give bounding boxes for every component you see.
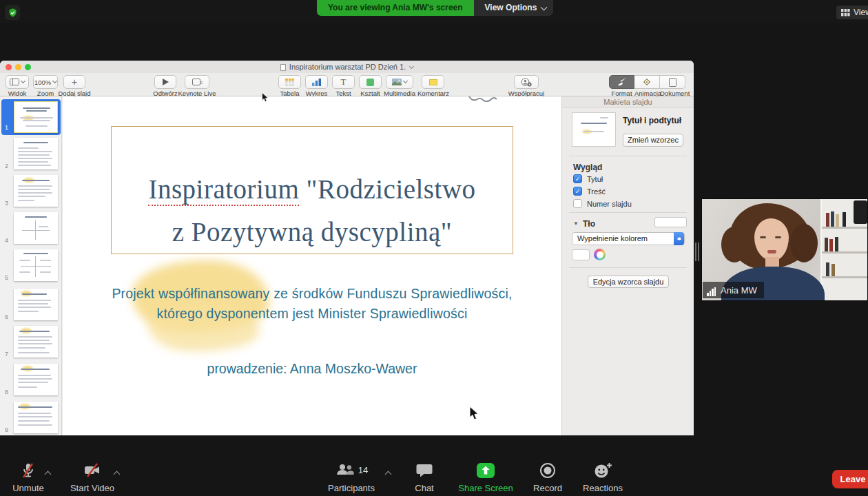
slide-navigator: 1 2 3: [0, 96, 62, 435]
format-tab-button[interactable]: [609, 75, 634, 89]
zoom-level-button[interactable]: 100%: [33, 75, 58, 89]
start-video-label: Start Video: [63, 483, 121, 493]
change-master-button[interactable]: Zmień wzorzec: [623, 134, 683, 147]
reactions-label: Reactions: [573, 483, 632, 493]
slide-title-box[interactable]: Inspiratorium "Rodzicielstwo z Pozytywną…: [111, 126, 513, 254]
panel-resize-handle[interactable]: [695, 242, 701, 261]
slide-thumbnail[interactable]: [14, 249, 58, 281]
background-section-label: Tło: [583, 219, 595, 229]
collaborate-button[interactable]: [514, 75, 539, 89]
disclosure-triangle-icon[interactable]: ▼: [573, 220, 579, 227]
secondary-cursor: [262, 92, 269, 103]
bookshelf: [820, 199, 868, 301]
slide-number-checkbox-row[interactable]: Numer slajdu: [573, 199, 632, 208]
svg-text:0: 0: [200, 81, 203, 85]
checkbox-checked-icon[interactable]: ✓: [573, 187, 582, 196]
checkbox-checked-icon[interactable]: ✓: [573, 174, 582, 183]
fill-color-swatch[interactable]: [572, 249, 590, 260]
slide-number: 2: [5, 163, 8, 169]
participant-name-tag: Ania MW: [703, 282, 764, 298]
slide-presenter-line[interactable]: prowadzenie: Anna Moszko-Wawer: [63, 361, 561, 377]
fill-type-value: Wypełnienie kolorem: [577, 234, 648, 242]
keynote-toolbar: Widok 100% Zoom + Dodaj slajd Odtwórz 0 …: [0, 73, 694, 96]
slide-number: 6: [5, 313, 8, 320]
keynote-title-bar: Inspiratorium warsztat PD Dzień 1.: [0, 61, 694, 73]
animate-diamond-icon: [643, 78, 651, 86]
view-button[interactable]: View: [836, 6, 868, 19]
title-checkbox-row[interactable]: ✓ Tytuł: [573, 174, 603, 183]
slide-number: 5: [5, 274, 8, 281]
participants-chevron[interactable]: [386, 471, 391, 476]
inspector-header: Makieta slajdu: [562, 96, 694, 108]
play-button[interactable]: [154, 75, 176, 89]
document-tab-button[interactable]: [660, 75, 685, 89]
shape-icon: [366, 79, 374, 86]
master-slide-name: Tytuł i podtytuł: [623, 116, 681, 125]
checkbox-label: Tytuł: [587, 175, 603, 183]
keynote-live-button[interactable]: 0: [185, 75, 209, 89]
start-video-button[interactable]: Start Video: [63, 462, 121, 493]
play-icon: [163, 79, 169, 85]
text-button[interactable]: T: [332, 75, 355, 89]
master-slide-preview[interactable]: [572, 112, 616, 147]
window-title: Inspiratorium warsztat PD Dzień 1.: [0, 63, 694, 71]
bar-chart-icon: [312, 79, 321, 86]
checkbox-label: Treść: [587, 187, 606, 196]
collaborate-icon: [521, 78, 532, 87]
color-wheel-icon[interactable]: [594, 249, 606, 260]
share-screen-label: Share Screen: [449, 483, 522, 493]
document-icon: [280, 64, 286, 71]
title-chevron-icon[interactable]: [409, 64, 414, 69]
view-label: View: [854, 8, 868, 17]
encryption-shield-icon[interactable]: [5, 5, 20, 20]
chevron-down-icon: [541, 4, 548, 11]
view-panes-icon: [10, 79, 19, 85]
reactions-button[interactable]: Reactions: [573, 462, 632, 493]
leave-button[interactable]: Leave: [832, 470, 868, 488]
checkbox-label: Numer slajdu: [587, 200, 632, 208]
divider: [569, 156, 687, 156]
chart-button[interactable]: [305, 75, 328, 89]
slide-thumbnail[interactable]: [14, 364, 58, 395]
background-color-well[interactable]: [654, 217, 687, 227]
share-screen-button[interactable]: Share Screen: [449, 462, 522, 493]
animate-tab-button[interactable]: [634, 75, 660, 89]
view-menu-button[interactable]: [6, 75, 29, 89]
comment-button[interactable]: [422, 75, 444, 89]
participants-button[interactable]: 14 Participants: [320, 462, 382, 493]
slide-thumbnail[interactable]: [14, 212, 58, 244]
shield-check-icon: [8, 8, 18, 18]
slide-thumbnail[interactable]: [14, 289, 58, 320]
fill-type-dropdown[interactable]: Wypełnienie kolorem: [572, 232, 685, 245]
view-options-button[interactable]: View Options: [474, 0, 554, 16]
slide-subtitle[interactable]: Projekt współfinansowany ze środków Fund…: [63, 284, 561, 324]
slide-thumbnail[interactable]: [14, 101, 58, 133]
slide-thumbnail[interactable]: [14, 138, 58, 169]
slide-thumbnail[interactable]: [14, 326, 58, 358]
shape-button[interactable]: [359, 75, 382, 89]
slide-thumbnail[interactable]: [14, 402, 58, 433]
participant-video-tile[interactable]: Ania MW: [701, 198, 868, 301]
share-screen-icon: [476, 462, 495, 479]
record-icon: [539, 462, 557, 479]
slide-thumbnail[interactable]: [14, 175, 58, 207]
table-button[interactable]: [278, 75, 301, 89]
content-checkbox-row[interactable]: ✓ Treść: [573, 187, 606, 196]
media-button[interactable]: [386, 75, 413, 89]
audio-options-chevron[interactable]: [45, 471, 51, 476]
edit-master-button[interactable]: Edycja wzorca slajdu: [588, 276, 669, 288]
video-options-chevron[interactable]: [114, 471, 120, 476]
slide-canvas[interactable]: Inspiratorium "Rodzicielstwo z Pozytywną…: [63, 96, 561, 435]
reactions-smiley-icon: [593, 462, 612, 479]
add-slide-button[interactable]: +: [63, 75, 85, 89]
record-button[interactable]: Record: [522, 462, 573, 493]
appearance-section-label: Wygląd: [573, 163, 602, 172]
format-inspector-panel: Makieta slajdu Tytuł i podtytuł Zmień wz…: [561, 96, 694, 435]
slide-number: 7: [5, 351, 8, 358]
checkbox-unchecked-icon[interactable]: [573, 199, 582, 208]
shelf-object: [854, 200, 867, 224]
chat-button[interactable]: Chat: [397, 462, 451, 493]
camera-off-icon: [83, 462, 102, 479]
screen-share-banner: You are viewing Ania MW's screen View Op…: [317, 0, 553, 16]
slide-number: 4: [5, 237, 8, 244]
